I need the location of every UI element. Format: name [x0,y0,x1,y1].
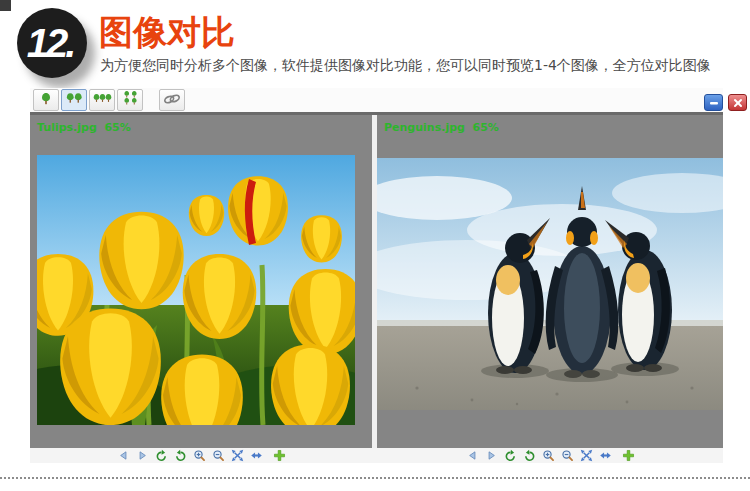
one-tree-icon [40,91,52,109]
section-divider-dotted [0,477,750,479]
close-button[interactable] [728,94,747,111]
step-number: 12. [27,21,74,66]
penguins-image[interactable] [377,158,723,410]
four-image-layout-button[interactable] [117,89,143,111]
panel-toolbars [30,448,723,463]
zoom-out-icon[interactable] [561,449,574,462]
one-image-layout-button[interactable] [33,89,59,111]
fit-to-window-icon[interactable] [580,449,593,462]
rotate-right-icon[interactable] [523,449,536,462]
four-trees-icon [123,91,138,109]
penguins-toolbar [377,448,723,463]
zoom-in-icon[interactable] [542,449,555,462]
zoom-out-icon[interactable] [212,449,225,462]
minimize-button[interactable] [704,94,723,111]
chain-link-icon [163,91,181,109]
three-image-layout-button[interactable] [89,89,115,111]
two-trees-icon [66,91,83,109]
three-trees-icon [93,91,112,109]
add-image-icon[interactable] [622,449,635,462]
one-to-one-icon[interactable] [250,449,263,462]
zoom-in-icon[interactable] [193,449,206,462]
page-subtitle: 为方便您同时分析多个图像，软件提供图像对比功能，您可以同时预览1-4个图像，全方… [100,57,711,75]
panel-tulips: Tulips.jpg 65% [30,115,372,448]
rotate-right-icon[interactable] [174,449,187,462]
compare-area: Tulips.jpg 65% [30,115,723,448]
next-image-icon[interactable] [485,449,498,462]
add-image-icon[interactable] [273,449,286,462]
next-image-icon[interactable] [136,449,149,462]
page-title: 图像对比 [99,10,235,56]
main-toolbar [30,88,723,115]
previous-image-icon[interactable] [466,449,479,462]
rotate-left-icon[interactable] [504,449,517,462]
step-badge: 12. [17,8,87,78]
previous-image-icon[interactable] [117,449,130,462]
tulips-toolbar [30,448,372,463]
minimize-icon [708,98,720,108]
close-icon [732,98,744,108]
panel-penguins: Penguins.jpg 65% [377,115,723,448]
image-compare-window: Tulips.jpg 65% [30,88,723,463]
fit-to-window-icon[interactable] [231,449,244,462]
image-label-penguins: Penguins.jpg 65% [384,121,499,134]
corner-decoration [0,0,11,11]
rotate-left-icon[interactable] [155,449,168,462]
link-sync-button[interactable] [159,89,185,111]
two-image-layout-button[interactable] [61,89,87,111]
image-label-tulips: Tulips.jpg 65% [37,121,131,134]
one-to-one-icon[interactable] [599,449,612,462]
tulips-image[interactable] [37,155,355,425]
window-controls [704,94,747,111]
